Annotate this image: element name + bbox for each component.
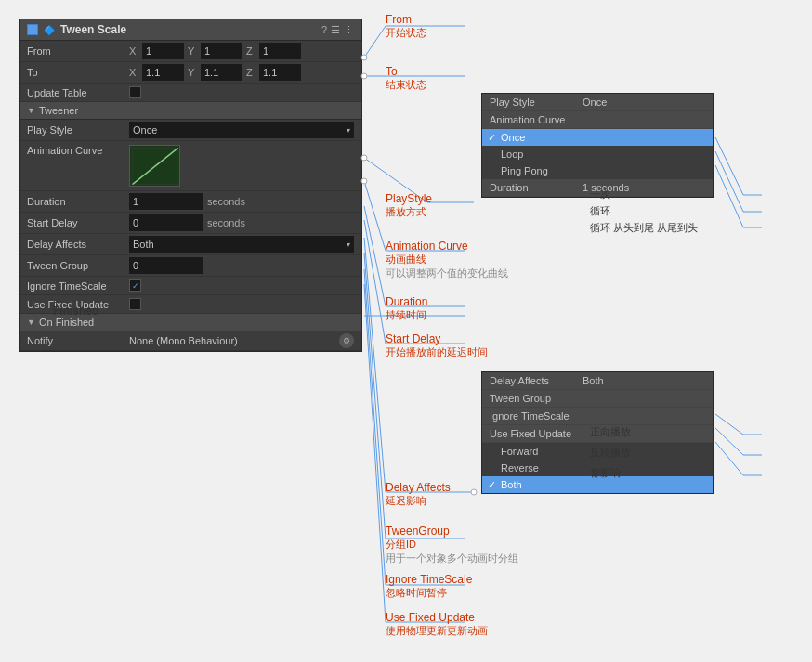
to-annotation: To 结束状态: [386, 65, 426, 92]
animation-curve-row: Animation Curve: [20, 141, 361, 191]
from-label: From: [27, 45, 129, 57]
tween-group-input[interactable]: [129, 257, 203, 274]
use-fixed-update-checkbox[interactable]: [129, 298, 141, 310]
play-style-arrow: ▾: [347, 126, 350, 135]
start-delay-annotation: Start Delay 开始播放前的延迟时间: [386, 332, 488, 359]
notify-row: Notify None (Mono Behaviour) ⚙: [20, 331, 361, 351]
from-annotation-cn: 开始状态: [386, 26, 426, 40]
svg-line-41: [715, 428, 743, 455]
play-style-row: Play Style Once ▾: [20, 120, 361, 141]
svg-line-43: [715, 442, 743, 475]
delay-affects-label: Delay Affects: [27, 239, 129, 250]
both-annotation: 都影响: [590, 466, 621, 480]
play-style-label: Play Style: [27, 124, 129, 136]
ignore-ts-annotation-en: Ignore TimeScale: [386, 573, 472, 586]
from-annotation-en: From: [386, 13, 426, 26]
svg-line-20: [364, 220, 386, 344]
popup-once-item[interactable]: ✓ Once: [482, 129, 713, 146]
duration-label: Duration: [27, 196, 129, 207]
play-style-annotation-en: PlayStyle: [386, 192, 432, 205]
popup-ignore-ts-header: Ignore TimeScale: [482, 408, 713, 425]
notify-field: None (Mono Behaviour) ⚙: [129, 333, 354, 348]
update-table-row: Update Table: [20, 84, 361, 102]
delay-affects-dropdown[interactable]: Both ▾: [129, 236, 354, 253]
reverse-annotation: 反转播放: [590, 446, 631, 460]
anim-curve-annotation-cn: 动画曲线: [386, 253, 508, 266]
menu-icon[interactable]: ⋮: [344, 24, 354, 36]
forward-annotation: 正向播放: [590, 425, 631, 439]
to-row: To X Y Z: [20, 62, 361, 84]
duration-annotation: Duration 持续时间: [386, 295, 427, 322]
from-annotation: From 开始状态: [386, 13, 426, 40]
from-values: X Y Z: [129, 43, 354, 59]
to-z-input[interactable]: [259, 64, 301, 81]
settings-icon[interactable]: ☰: [331, 24, 340, 36]
from-x-field: X: [129, 43, 184, 59]
tween-group-annotation-en: TweenGroup: [386, 525, 518, 538]
loop-annotation: 循环: [590, 204, 610, 218]
popup-tween-group-label: Tween Group: [490, 393, 583, 404]
delay-affects-annotation-en: Delay Affects: [386, 481, 451, 494]
popup-anim-curve-header: Animation Curve: [482, 111, 713, 129]
svg-line-27: [364, 269, 386, 585]
popup-play-style-header: Play Style Once: [482, 94, 713, 111]
svg-line-33: [715, 137, 743, 195]
anim-curve-annotation-sub: 可以调整两个值的变化曲线: [386, 266, 508, 280]
to-x-label: X: [129, 67, 140, 78]
y-label: Y: [188, 45, 199, 57]
popup-play-style-value: Once: [583, 97, 607, 108]
popup-use-fixed-label: Use Fixed Update: [490, 428, 583, 439]
to-z-field: Z: [246, 64, 301, 81]
popup-tween-group-header: Tween Group: [482, 390, 713, 408]
start-delay-input[interactable]: [129, 214, 203, 231]
component-checkbox[interactable]: [27, 24, 38, 35]
forward-cn: 正向播放: [590, 425, 631, 439]
component-title: Tween Scale: [60, 23, 316, 36]
from-z-input[interactable]: [259, 43, 301, 59]
from-y-input[interactable]: [201, 43, 242, 59]
popup-ping-pong-item[interactable]: Ping Pong: [482, 162, 713, 179]
tween-group-annotation: TweenGroup 分组ID 用于一个对象多个动画时分组: [386, 525, 518, 565]
component-icon: 🔷: [44, 25, 55, 35]
from-x-input[interactable]: [142, 43, 184, 59]
svg-line-15: [364, 181, 386, 251]
update-table-checkbox[interactable]: [129, 86, 141, 98]
popup-anim-curve-label: Animation Curve: [490, 114, 583, 125]
ignore-timescale-checkbox[interactable]: ✓: [129, 279, 141, 292]
pingpong-cn: 循环 从头到尾 从尾到头: [590, 221, 698, 235]
once-cn: 一次: [590, 188, 610, 201]
notify-settings-button[interactable]: ⚙: [339, 333, 354, 348]
update-table-label: Update Table: [27, 87, 129, 98]
play-style-dropdown[interactable]: Once ▾: [129, 122, 354, 138]
delay-affects-row: Delay Affects Both ▾: [20, 234, 361, 255]
popup-loop-item[interactable]: Loop: [482, 146, 713, 162]
loop-cn: 循环: [590, 204, 610, 218]
tweener-collapse-icon: ▼: [27, 106, 35, 115]
popup-delay-header: Delay Affects Both: [482, 372, 713, 390]
use-fixed-annotation: Use Fixed Update 使用物理更新更新动画: [386, 611, 488, 638]
delay-affects-annotation: Delay Affects 延迟影响: [386, 481, 451, 508]
delay-affects-annotation-cn: 延迟影响: [386, 494, 451, 508]
to-y-input[interactable]: [201, 64, 242, 81]
svg-line-18: [364, 206, 386, 306]
notify-label: Notify: [27, 335, 129, 346]
start-delay-annotation-cn: 开始播放前的延迟时间: [386, 345, 488, 359]
to-x-input[interactable]: [142, 64, 184, 81]
reverse-cn: 反转播放: [590, 446, 631, 460]
duration-input[interactable]: [129, 193, 203, 210]
tween-group-annotation-cn: 分组ID: [386, 538, 518, 552]
animation-curve-preview[interactable]: [129, 145, 180, 187]
start-delay-row: Start Delay seconds: [20, 213, 361, 234]
from-z-field: Z: [246, 43, 301, 59]
help-icon[interactable]: ?: [321, 24, 327, 36]
svg-line-35: [715, 151, 743, 212]
play-style-annotation-cn: 播放方式: [386, 205, 432, 219]
delay-affects-arrow: ▾: [347, 240, 350, 249]
popup-delay-value: Both: [583, 375, 604, 386]
svg-line-22: [364, 238, 386, 492]
from-y-field: Y: [188, 43, 242, 59]
duration-row: Duration seconds: [20, 191, 361, 213]
tweener-section-header[interactable]: ▼ Tweener: [20, 102, 361, 120]
use-fixed-annotation-en: Use Fixed Update: [386, 611, 488, 624]
delay-affects-value: Both: [133, 239, 154, 250]
